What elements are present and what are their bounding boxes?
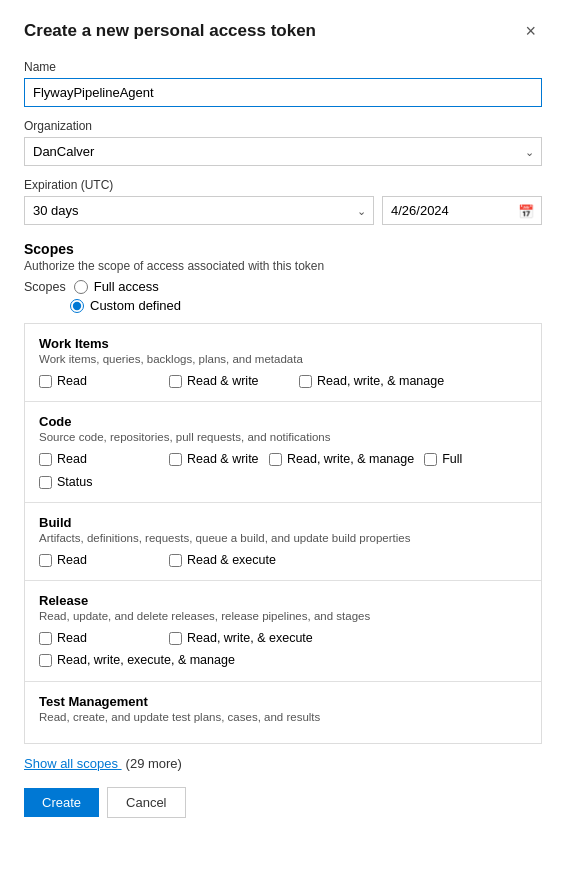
- name-input[interactable]: [24, 78, 542, 107]
- work-items-read-write-label: Read & write: [187, 373, 259, 389]
- organization-label: Organization: [24, 119, 542, 133]
- code-read-write-checkbox[interactable]: [169, 453, 182, 466]
- calendar-icon: 📅: [518, 203, 534, 218]
- release-read-write-execute-manage-checkbox[interactable]: [39, 654, 52, 667]
- release-read[interactable]: Read: [39, 630, 159, 646]
- custom-defined-radio-label[interactable]: Custom defined: [24, 298, 542, 313]
- release-title: Release: [39, 593, 527, 608]
- expiration-select[interactable]: 30 days 60 days 90 days 180 days 1 year …: [24, 196, 374, 225]
- work-items-read-write-checkbox[interactable]: [169, 375, 182, 388]
- build-title: Build: [39, 515, 527, 530]
- code-options: Read Read & write Read, write, & manage …: [39, 451, 527, 490]
- build-read-checkbox[interactable]: [39, 554, 52, 567]
- code-read-write[interactable]: Read & write: [169, 451, 259, 467]
- scopes-sub-label: Scopes: [24, 280, 66, 294]
- scopes-radio-group: Scopes Full access Custom defined: [24, 279, 542, 313]
- custom-defined-radio[interactable]: [70, 299, 84, 313]
- work-items-options: Read Read & write Read, write, & manage: [39, 373, 527, 389]
- code-read-write-manage-label: Read, write, & manage: [287, 451, 414, 467]
- release-read-checkbox[interactable]: [39, 632, 52, 645]
- work-items-read-write[interactable]: Read & write: [169, 373, 289, 389]
- expiration-select-wrapper: 30 days 60 days 90 days 180 days 1 year …: [24, 196, 374, 225]
- footer-buttons: Create Cancel: [24, 787, 542, 818]
- code-read[interactable]: Read: [39, 451, 159, 467]
- test-management-title: Test Management: [39, 694, 527, 709]
- expiration-label: Expiration (UTC): [24, 178, 542, 192]
- release-read-write-execute-label: Read, write, & execute: [187, 630, 313, 646]
- full-access-label: Full access: [94, 279, 159, 294]
- build-read-execute-label: Read & execute: [187, 552, 276, 568]
- create-button[interactable]: Create: [24, 788, 99, 817]
- work-items-read[interactable]: Read: [39, 373, 159, 389]
- organization-select-wrapper: DanCalver ⌄: [24, 137, 542, 166]
- expiration-row: 30 days 60 days 90 days 180 days 1 year …: [24, 196, 542, 225]
- code-full-checkbox[interactable]: [424, 453, 437, 466]
- work-items-read-checkbox[interactable]: [39, 375, 52, 388]
- modal-title: Create a new personal access token: [24, 21, 316, 41]
- organization-select[interactable]: DanCalver: [24, 137, 542, 166]
- show-all-scopes-link[interactable]: Show all scopes: [24, 756, 122, 771]
- release-read-write-execute-manage[interactable]: Read, write, execute, & manage: [39, 652, 235, 668]
- code-read-write-manage-checkbox[interactable]: [269, 453, 282, 466]
- release-read-write-execute-checkbox[interactable]: [169, 632, 182, 645]
- scopes-authorize-text: Authorize the scope of access associated…: [24, 259, 542, 273]
- show-all-label: Show all scopes: [24, 756, 118, 771]
- build-desc: Artifacts, definitions, requests, queue …: [39, 532, 527, 544]
- code-status-checkbox[interactable]: [39, 476, 52, 489]
- release-read-write-execute-manage-label: Read, write, execute, & manage: [57, 652, 235, 668]
- code-title: Code: [39, 414, 527, 429]
- code-read-write-label: Read & write: [187, 451, 259, 467]
- show-all-count: (29 more): [126, 756, 182, 771]
- close-button[interactable]: ×: [519, 20, 542, 42]
- work-items-read-write-manage-label: Read, write, & manage: [317, 373, 444, 389]
- scope-group-work-items: Work Items Work items, queries, backlogs…: [25, 324, 541, 402]
- work-items-title: Work Items: [39, 336, 527, 351]
- release-read-write-execute[interactable]: Read, write, & execute: [169, 630, 313, 646]
- scopes-section: Scopes Authorize the scope of access ass…: [24, 241, 542, 313]
- scope-group-release: Release Read, update, and delete release…: [25, 581, 541, 682]
- cancel-button[interactable]: Cancel: [107, 787, 185, 818]
- name-label: Name: [24, 60, 542, 74]
- build-read-label: Read: [57, 552, 87, 568]
- code-read-write-manage[interactable]: Read, write, & manage: [269, 451, 414, 467]
- release-desc: Read, update, and delete releases, relea…: [39, 610, 527, 622]
- scopes-title: Scopes: [24, 241, 542, 257]
- build-options: Read Read & execute: [39, 552, 527, 568]
- code-read-label: Read: [57, 451, 87, 467]
- code-read-checkbox[interactable]: [39, 453, 52, 466]
- work-items-read-write-manage-checkbox[interactable]: [299, 375, 312, 388]
- full-access-radio-label[interactable]: Scopes Full access: [24, 279, 542, 294]
- modal-header: Create a new personal access token ×: [24, 20, 542, 42]
- code-full-label: Full: [442, 451, 462, 467]
- modal-container: Create a new personal access token × Nam…: [0, 0, 566, 896]
- work-items-desc: Work items, queries, backlogs, plans, an…: [39, 353, 527, 365]
- scope-group-code: Code Source code, repositories, pull req…: [25, 402, 541, 503]
- full-access-radio[interactable]: [74, 280, 88, 294]
- build-read[interactable]: Read: [39, 552, 159, 568]
- scope-group-build: Build Artifacts, definitions, requests, …: [25, 503, 541, 581]
- code-status-label: Status: [57, 474, 92, 490]
- show-all-row: Show all scopes (29 more): [24, 756, 542, 771]
- scopes-scroll-area[interactable]: Work Items Work items, queries, backlogs…: [24, 323, 542, 744]
- work-items-read-label: Read: [57, 373, 87, 389]
- build-read-execute-checkbox[interactable]: [169, 554, 182, 567]
- build-read-execute[interactable]: Read & execute: [169, 552, 289, 568]
- code-full[interactable]: Full: [424, 451, 484, 467]
- release-options: Read Read, write, & execute Read, write,…: [39, 630, 527, 669]
- code-status[interactable]: Status: [39, 474, 109, 490]
- date-input-wrapper: 📅: [382, 196, 542, 225]
- work-items-read-write-manage[interactable]: Read, write, & manage: [299, 373, 444, 389]
- scope-group-test-management: Test Management Read, create, and update…: [25, 682, 541, 743]
- custom-defined-label: Custom defined: [90, 298, 181, 313]
- test-management-desc: Read, create, and update test plans, cas…: [39, 711, 527, 723]
- release-read-label: Read: [57, 630, 87, 646]
- code-desc: Source code, repositories, pull requests…: [39, 431, 527, 443]
